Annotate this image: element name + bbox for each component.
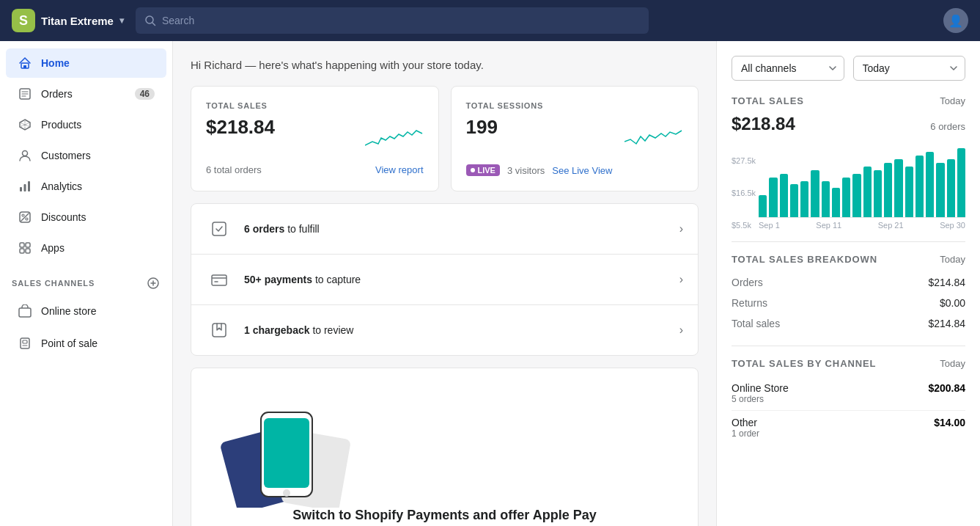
sidebar-item-analytics[interactable]: Analytics [6,172,166,201]
panel-total-sales-value: $218.84 [732,114,795,134]
svg-rect-27 [19,308,31,317]
bar-9 [842,178,850,217]
sidebar-item-products[interactable]: Products [6,110,166,139]
chargeback-icon [206,317,232,343]
x-label-1: Sep 1 [759,221,780,230]
svg-rect-29 [23,340,27,343]
bar-13 [884,163,892,217]
search-input[interactable] [162,15,640,26]
svg-rect-20 [20,243,24,247]
sidebar-item-customers[interactable]: Customers [6,141,166,170]
visitors-count: 3 visitors [507,165,545,176]
promo-card: Switch to Shopify Payments and offer App… [191,368,699,526]
svg-rect-14 [24,184,26,191]
chevron-right-icon-3: › [679,324,683,337]
orders-icon [18,87,32,101]
panel-total-sales-header: TOTAL SALES Today [732,95,965,109]
products-icon [18,117,32,132]
y-label-top: $27.5k [732,156,756,165]
home-icon [18,56,32,70]
sidebar-label-home: Home [41,57,70,69]
bar-3 [780,174,788,217]
panel-controls: All channels Online Store Point of Sale … [732,56,965,81]
bar-7 [822,181,830,218]
see-live-view-link[interactable]: See Live View [552,165,612,176]
bar-1 [759,195,767,217]
brand-logo[interactable]: S Titan Extreme ▾ [12,9,124,32]
channel-amount-other: $14.00 [934,417,965,428]
live-badge: LIVE [466,164,500,176]
sales-card-footer: 6 total orders View report [206,164,424,175]
breakdown-value-total: $214.84 [928,318,965,329]
y-axis-labels: $27.5k $16.5k $5.5k [732,156,756,230]
date-selector[interactable]: Today Yesterday Last 7 days [853,56,966,81]
breakdown-label-total: Total sales [732,318,780,329]
by-channel-title: TOTAL SALES BY CHANNEL [732,358,876,369]
channel-meta-other: 1 order [732,428,759,439]
channel-selector[interactable]: All channels Online Store Point of Sale [732,56,844,81]
bar-6 [811,170,819,217]
stats-cards: TOTAL SALES $218.84 6 total orders View … [191,86,699,191]
total-sales-value: $218.84 [206,116,275,139]
online-store-icon [18,304,32,318]
bar-15 [905,167,913,217]
sidebar-item-point-of-sale[interactable]: Point of sale [6,329,166,358]
panel-total-sales-title: TOTAL SALES [732,95,804,106]
svg-line-1 [152,23,155,26]
breakdown-label-returns: Returns [732,297,767,309]
svg-rect-15 [28,181,30,191]
total-sessions-label: TOTAL SESSIONS [466,101,684,110]
action-list: 6 orders to fulfill › 50+ payments to ca… [191,203,699,356]
by-channel-header: TOTAL SALES BY CHANNEL Today [732,358,965,372]
channel-row-other: Other 1 order $14.00 [732,411,965,445]
search-icon [144,15,156,26]
bar-17 [926,152,934,217]
svg-rect-13 [20,187,22,191]
breakdown-label-orders: Orders [732,277,763,288]
chargeback-item[interactable]: 1 chargeback to review › [191,305,698,355]
y-label-bot: $5.5k [732,221,756,230]
y-label-mid: $16.5k [732,189,756,197]
svg-rect-39 [264,418,309,488]
sidebar-item-orders[interactable]: Orders 46 [6,79,166,109]
capture-payments-item[interactable]: 50+ payments to capture › [191,255,698,305]
sidebar: Home Orders 46 Products [0,41,173,526]
view-report-link[interactable]: View report [375,164,424,175]
svg-rect-21 [26,243,30,247]
capture-payments-text: 50+ payments to capture [244,274,668,285]
channel-name-other: Other [732,417,759,428]
sales-channels-section: SALES CHANNELS [0,264,172,295]
fulfill-orders-text: 6 orders to fulfill [244,223,668,235]
shopify-icon: S [12,9,35,32]
promo-title: Switch to Shopify Payments and offer App… [206,508,683,523]
sidebar-item-discounts[interactable]: Discounts [6,202,166,232]
avatar[interactable]: 👤 [943,8,968,33]
fulfill-orders-item[interactable]: 6 orders to fulfill › [191,204,698,255]
apple-pay-illustration [206,398,367,508]
fulfill-orders-icon [206,216,232,242]
sessions-sparkline [625,116,683,153]
sidebar-label-online-store: Online store [41,305,96,317]
panel-total-sales-date: Today [940,95,965,106]
sidebar-item-home[interactable]: Home [6,48,166,78]
brand-name: Titan Extreme [41,15,114,27]
greeting-text: Hi Richard — here's what's happening wit… [191,59,699,71]
orders-badge: 46 [135,88,155,100]
live-dot [471,168,475,172]
sidebar-item-apps[interactable]: Apps [6,233,166,263]
divider-1 [732,241,965,242]
top-navigation: S Titan Extreme ▾ 👤 [0,0,980,41]
sidebar-item-online-store[interactable]: Online store [6,296,166,326]
breakdown-row-returns: Returns $0.00 [732,293,965,313]
channel-amount-online: $200.84 [928,382,965,394]
search-bar[interactable] [136,7,649,34]
chevron-down-icon: ▾ [119,15,124,26]
breakdown-date: Today [940,254,965,265]
sidebar-label-products: Products [41,119,81,131]
customers-icon [18,148,32,163]
add-channel-button[interactable] [146,276,161,291]
total-sales-label: TOTAL SALES [206,101,424,110]
bar-5 [800,181,808,218]
sidebar-label-analytics: Analytics [41,180,82,192]
svg-rect-35 [213,324,226,337]
